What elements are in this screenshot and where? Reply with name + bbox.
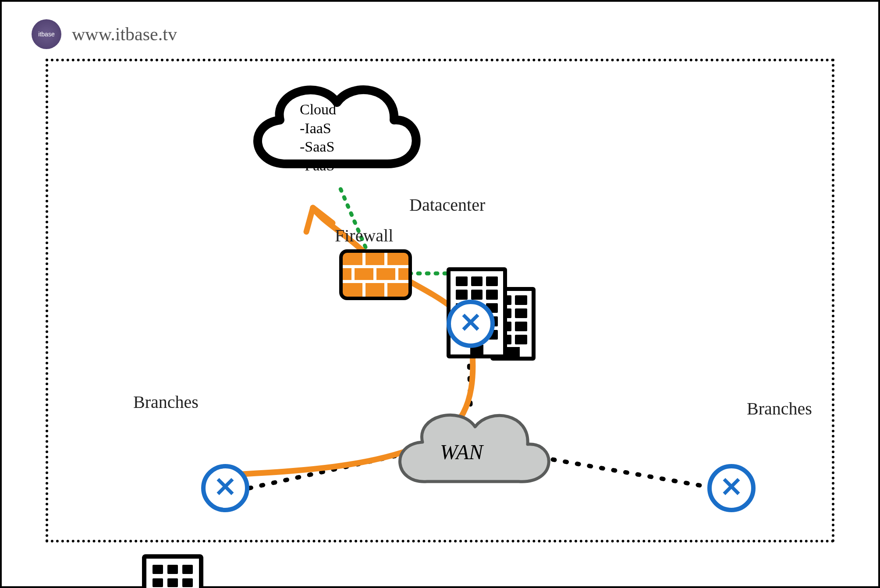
wan-label: WAN xyxy=(440,440,483,464)
cloud-item-iaas: -IaaS xyxy=(300,119,396,138)
branch-left-label: Branches xyxy=(133,392,199,412)
cloud-item-paas: -PaaS xyxy=(300,156,396,175)
cloud-title: Cloud xyxy=(300,100,396,119)
branch-left-router-icon: ✕ xyxy=(201,464,249,512)
branch-right-label: Branches xyxy=(747,398,812,419)
cloud-text: Cloud -IaaS -SaaS -PaaS xyxy=(300,100,396,175)
firewall-icon xyxy=(339,249,412,300)
logo-icon: itbase xyxy=(32,19,61,49)
header-url: www.itbase.tv xyxy=(72,24,177,45)
logo-text: itbase xyxy=(38,31,54,38)
datacenter-router-icon: ✕ xyxy=(447,300,495,348)
branch-left-building-icon xyxy=(142,554,203,588)
datacenter-label: Datacenter xyxy=(409,195,485,215)
branch-right-router-icon: ✕ xyxy=(707,464,756,512)
cloud-item-saas: -SaaS xyxy=(300,138,396,156)
firewall-label: Firewall xyxy=(335,225,393,246)
diagram-canvas: itbase www.itbase.tv Cloud -IaaS -SaaS -… xyxy=(0,0,880,588)
